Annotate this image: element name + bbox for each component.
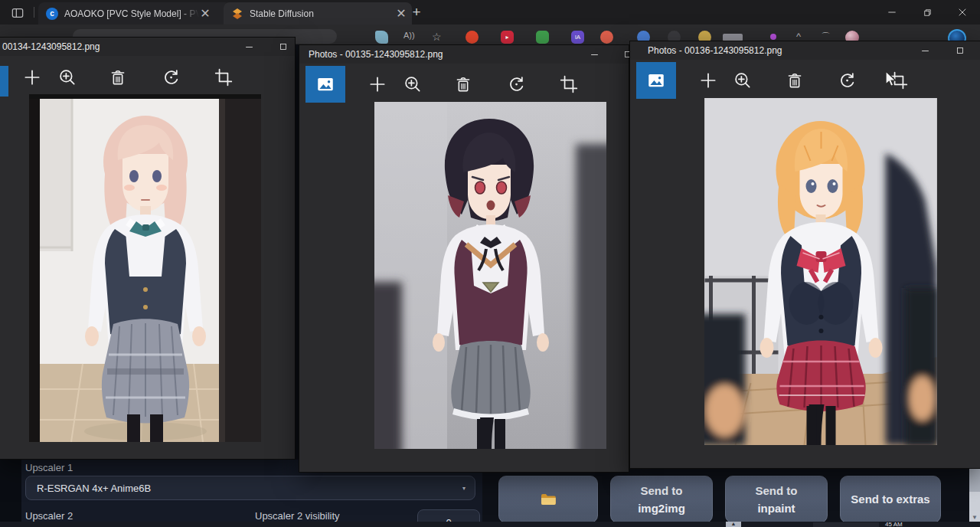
folder-icon [539, 490, 557, 509]
favorites-star-icon[interactable]: ☆ [432, 31, 442, 43]
zoom-button[interactable] [57, 67, 77, 87]
extension-dot-icon[interactable] [770, 34, 776, 40]
window-title: Photos - 00136-1243095812.png [648, 45, 782, 56]
browser-close-button[interactable] [945, 0, 980, 25]
scrollbar-thumb[interactable] [969, 469, 980, 492]
add-button[interactable] [368, 74, 387, 94]
window-titlebar[interactable]: 00134-1243095812.png [0, 38, 295, 56]
dropdown-caret-icon: ▾ [462, 485, 466, 492]
button-label: Send to extras [851, 490, 929, 508]
image-view-button[interactable] [305, 66, 345, 103]
add-button[interactable] [22, 67, 42, 87]
new-tab-button[interactable]: + [407, 3, 426, 21]
window-minimize-button[interactable] [236, 38, 262, 56]
button-label: Send to img2img [627, 482, 696, 518]
window-minimize-button[interactable] [581, 45, 607, 64]
open-folder-button[interactable] [498, 476, 598, 523]
window-title: 00134-1243095812.png [2, 41, 100, 52]
zoom-button[interactable] [733, 70, 753, 90]
photo-00136[interactable] [704, 98, 937, 445]
photo-00135[interactable] [374, 102, 606, 449]
crop-button[interactable] [559, 74, 579, 94]
extension-icon-green[interactable] [536, 31, 549, 44]
tab-close-icon[interactable]: ✕ [199, 8, 211, 20]
send-to-inpaint-button[interactable]: Send to inpaint [725, 476, 828, 523]
extension-icon-orange[interactable] [600, 31, 613, 44]
read-aloud-icon[interactable]: A)) [403, 31, 415, 40]
send-to-extras-button[interactable]: Send to extras [840, 476, 941, 523]
scroll-down-icon[interactable]: ▼ [969, 512, 980, 522]
taskbar-clock[interactable]: 45 AM [885, 522, 903, 527]
collections-icon[interactable] [375, 31, 388, 44]
delete-button[interactable] [785, 70, 805, 90]
sd-page-gutter [0, 458, 21, 527]
zoom-button[interactable] [403, 74, 423, 94]
image-view-button-partial[interactable] [0, 66, 8, 97]
browser-tab-stable-diffusion[interactable]: Stable Diffusion ✕ [224, 2, 412, 25]
button-label: Send to inpaint [746, 482, 807, 518]
crop-button[interactable] [214, 67, 234, 87]
tab-close-icon[interactable]: ✕ [395, 8, 407, 20]
desktop: c AOAOKO [PVC Style Model] - PV ✕ Stable… [0, 0, 980, 527]
browser-tab-civitai[interactable]: c AOAOKO [PVC Style Model] - PV ✕ [38, 2, 231, 25]
delete-button[interactable] [108, 67, 128, 87]
extension-icon-purple[interactable]: lA [571, 31, 584, 44]
mouse-cursor [885, 70, 899, 89]
show-hidden-icons-button[interactable]: ▲ [726, 522, 741, 527]
taskbar-sliver: ▲ 45 AM [0, 522, 980, 527]
rotate-button[interactable] [507, 74, 527, 94]
tab-separator [34, 7, 34, 18]
tab-actions-icon[interactable] [10, 5, 25, 21]
tab-title: AOAOKO [PVC Style Model] - PV [64, 8, 199, 19]
window-titlebar[interactable]: Photos - 00135-1243095812.png [299, 45, 629, 64]
upscaler2-label: Upscaler 2 [25, 510, 73, 522]
browser-restore-button[interactable] [910, 0, 945, 25]
add-button[interactable] [698, 70, 718, 90]
extension-icon-red[interactable] [466, 31, 479, 44]
photo-00134[interactable] [29, 94, 261, 442]
send-to-img2img-button[interactable]: Send to img2img [610, 476, 713, 523]
delete-button[interactable] [453, 74, 473, 94]
upscaler2-visibility-label: Upscaler 2 visibility [255, 510, 340, 522]
photos-window-00136: Photos - 00136-1243095812.png [629, 41, 980, 469]
window-maximize-button[interactable] [947, 41, 973, 60]
rotate-button[interactable] [838, 70, 858, 90]
window-titlebar[interactable]: Photos - 00136-1243095812.png [630, 41, 980, 60]
upscaler1-dropdown[interactable]: R-ESRGAN 4x+ Anime6B ▾ [25, 476, 475, 500]
extension-icon-play[interactable]: ▸ [501, 31, 514, 44]
photo-icon [646, 70, 666, 90]
browser-minimize-button[interactable] [874, 0, 910, 25]
upscaler1-label: Upscaler 1 [25, 462, 73, 473]
upscaler1-value: R-ESRGAN 4x+ Anime6B [37, 483, 151, 494]
tab-title: Stable Diffusion [250, 8, 395, 19]
image-view-button[interactable] [636, 62, 676, 99]
civitai-favicon: c [46, 8, 58, 20]
stable-diffusion-favicon [231, 8, 243, 20]
system-tray[interactable] [813, 522, 879, 527]
window-title: Photos - 00135-1243095812.png [309, 49, 443, 60]
photo-icon [315, 74, 335, 94]
window-maximize-button[interactable] [270, 38, 296, 56]
photos-window-00135: Photos - 00135-1243095812.png [299, 44, 629, 473]
photos-window-00134: 00134-1243095812.png [0, 37, 296, 460]
rotate-button[interactable] [162, 67, 181, 87]
window-minimize-button[interactable] [912, 41, 938, 60]
